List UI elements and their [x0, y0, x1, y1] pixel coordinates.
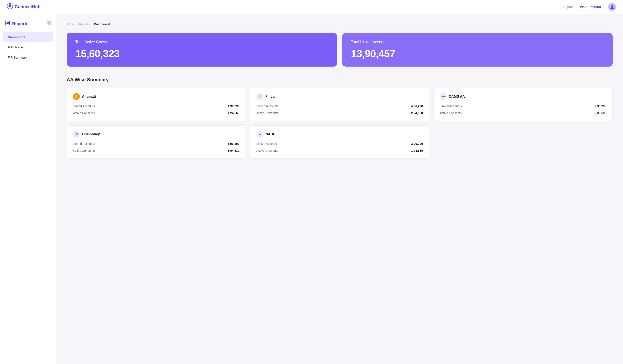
aa-grid: A Anumati Linked Accounts 1,96,290 Activ… [67, 88, 613, 159]
aa-consents-row: Active Consents 1,04,532 [73, 148, 240, 153]
aa-cards-grid: A Anumati Linked Accounts 1,96,290 Activ… [67, 88, 613, 159]
aa-card-header: ⚡ Finvu [256, 93, 423, 100]
breadcrumb: Home › Reports › Dashboard [67, 22, 613, 26]
aa-card-finvu: ⚡ Finvu Linked Accounts 4,96,290 Active … [250, 88, 429, 121]
sidebar-item-dashboard[interactable]: Dashboard › [2, 32, 53, 42]
aa-card-rows: Linked Accounts 2,96,290 Active Consents… [440, 103, 606, 116]
aa-linked-row: Linked Accounts 5,96,290 [73, 141, 240, 146]
active-consents-label: Active Consents [440, 111, 462, 115]
sidebar-title-row: Reports [5, 21, 29, 27]
linked-accounts-value: 2,96,290 [595, 104, 607, 108]
app-name: ConnectHub [15, 4, 41, 9]
layout: Reports Dashboard › FIP Usage › FIP Summ… [0, 14, 623, 364]
aa-linked-row: Linked Accounts 1,96,290 [73, 103, 240, 109]
aa-logo-finvu: ⚡ [256, 93, 263, 100]
chevron-right-icon: › [47, 46, 48, 49]
aa-card-onemoney: 🪡 Onemoney Linked Accounts 5,96,290 Acti… [67, 125, 246, 159]
user-icon [610, 5, 614, 9]
aa-card-header: CAMS CAMS AA [440, 93, 606, 100]
aa-card-rows: Linked Accounts 3,96,290 Active Consents… [256, 141, 423, 153]
active-consents-value: 2,24,560 [411, 111, 423, 115]
svg-rect-5 [8, 22, 9, 24]
total-active-consents-label: Total Active Consents [75, 40, 328, 44]
breadcrumb-reports[interactable]: Reports [79, 22, 89, 26]
svg-rect-7 [49, 21, 50, 23]
aa-wise-summary-title: AA Wise Summary [67, 77, 613, 82]
visit-finfactor-link[interactable]: Visit Finfactor [580, 5, 601, 9]
breadcrumb-home[interactable]: Home [67, 22, 75, 26]
active-consents-value: 2,30,593 [595, 111, 607, 115]
sidebar-item-fip-usage[interactable]: FIP Usage › [2, 42, 53, 52]
sidebar: Reports Dashboard › FIP Usage › FIP Summ… [0, 14, 56, 364]
active-consents-label: Active Consents [73, 149, 95, 152]
breadcrumb-sep-2: › [91, 23, 92, 26]
aa-card-name: Finvu [266, 95, 275, 99]
aa-card-anumati: A Anumati Linked Accounts 1,96,290 Activ… [67, 88, 246, 121]
linked-accounts-value: 1,96,290 [228, 104, 240, 108]
linked-accounts-label: Linked Accounts [440, 104, 462, 108]
aa-card-header: A Anumati [73, 93, 240, 100]
linked-accounts-label: Linked Accounts [73, 142, 95, 145]
sidebar-item-fip-summary[interactable]: FIP Summary › [2, 53, 53, 62]
stat-cards: Total Active Consents 15,60,323 Total Li… [67, 33, 613, 67]
app-logo[interactable]: ConnectHub [7, 3, 41, 10]
active-consents-value: 1,04,532 [228, 149, 240, 152]
aa-logo-anumati: A [73, 93, 80, 100]
support-link[interactable]: Support [562, 5, 573, 9]
aa-consents-row: Active Consents 1,24,560 [256, 148, 423, 153]
chevron-right-icon: › [47, 36, 48, 39]
svg-rect-4 [7, 22, 8, 24]
aa-card-header: ≡≡ NADL [256, 131, 423, 138]
aa-logo-cams: CAMS [440, 93, 447, 100]
aa-card-name: Onemoney [82, 132, 100, 136]
aa-logo-onemoney: 🪡 [73, 131, 80, 138]
active-consents-value: 1,24,560 [411, 149, 423, 152]
sidebar-item-fip-usage-label: FIP Usage [8, 45, 23, 49]
breadcrumb-current: Dashboard [94, 22, 110, 26]
svg-rect-9 [49, 23, 50, 25]
active-consents-value: 4,24,560 [228, 111, 240, 115]
total-active-consents-value: 15,60,323 [75, 48, 328, 60]
total-linked-accounts-label: Total Linked Accounts [351, 40, 604, 44]
linked-accounts-label: Linked Accounts [256, 104, 278, 108]
sidebar-item-dashboard-label: Dashboard [8, 35, 25, 39]
linked-accounts-value: 4,96,290 [411, 104, 423, 108]
aa-card-name: Anumati [82, 95, 96, 99]
logo-icon [7, 3, 13, 10]
aa-card-rows: Linked Accounts 4,96,290 Active Consents… [256, 103, 423, 116]
aa-linked-row: Linked Accounts 3,96,290 [256, 141, 423, 146]
aa-card-name: NADL [266, 132, 275, 136]
aa-card-rows: Linked Accounts 5,96,290 Active Consents… [73, 141, 240, 153]
aa-card-cams-aa: CAMS CAMS AA Linked Accounts 2,96,290 Ac… [434, 88, 613, 121]
svg-point-1 [9, 5, 11, 7]
main-content: Home › Reports › Dashboard Total Active … [56, 14, 623, 364]
svg-rect-6 [47, 21, 48, 23]
aa-consents-row: Active Consents 2,30,593 [440, 110, 606, 116]
active-consents-label: Active Consents [256, 149, 278, 152]
reports-icon [5, 21, 10, 27]
topnav-right: Support Visit Finfactor [562, 3, 616, 11]
layout-toggle-icon[interactable] [46, 21, 51, 26]
svg-rect-3 [6, 23, 7, 24]
aa-card-nadl: ≡≡ NADL Linked Accounts 3,96,290 Active … [250, 125, 429, 159]
aa-card-name: CAMS AA [449, 95, 465, 99]
topnav: ConnectHub Support Visit Finfactor [0, 0, 623, 14]
chevron-right-icon: › [47, 56, 48, 59]
aa-wise-summary-section: AA Wise Summary A Anumati Linked Account… [67, 77, 613, 159]
linked-accounts-value: 5,96,290 [228, 142, 240, 145]
total-linked-accounts-value: 13,90,457 [351, 48, 604, 60]
active-consents-label: Active Consents [256, 111, 278, 115]
aa-consents-row: Active Consents 4,24,560 [73, 110, 240, 116]
aa-linked-row: Linked Accounts 2,96,290 [440, 103, 606, 109]
svg-rect-8 [47, 23, 48, 25]
total-linked-accounts-card: Total Linked Accounts 13,90,457 [342, 33, 613, 67]
breadcrumb-sep-1: › [76, 23, 77, 26]
sidebar-item-fip-summary-label: FIP Summary [8, 56, 27, 59]
user-avatar[interactable] [608, 3, 616, 11]
aa-linked-row: Linked Accounts 4,96,290 [256, 103, 423, 109]
sidebar-header: Reports [0, 21, 56, 32]
aa-logo-nadl: ≡≡ [256, 131, 263, 138]
active-consents-label: Active Consents [73, 111, 95, 115]
linked-accounts-label: Linked Accounts [256, 142, 278, 145]
aa-card-rows: Linked Accounts 1,96,290 Active Consents… [73, 103, 240, 116]
